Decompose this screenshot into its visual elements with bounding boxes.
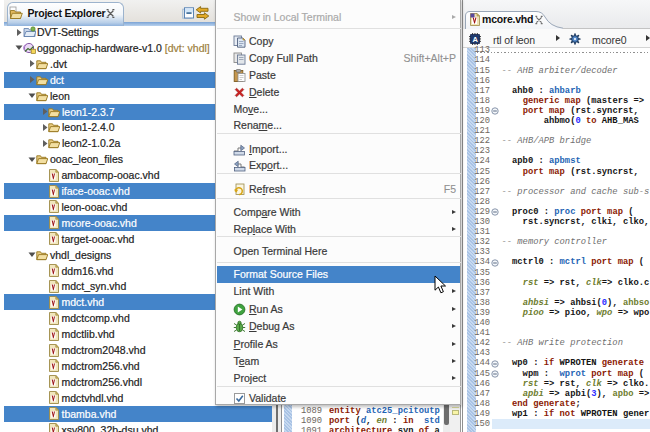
svg-text:A: A: [472, 35, 478, 44]
